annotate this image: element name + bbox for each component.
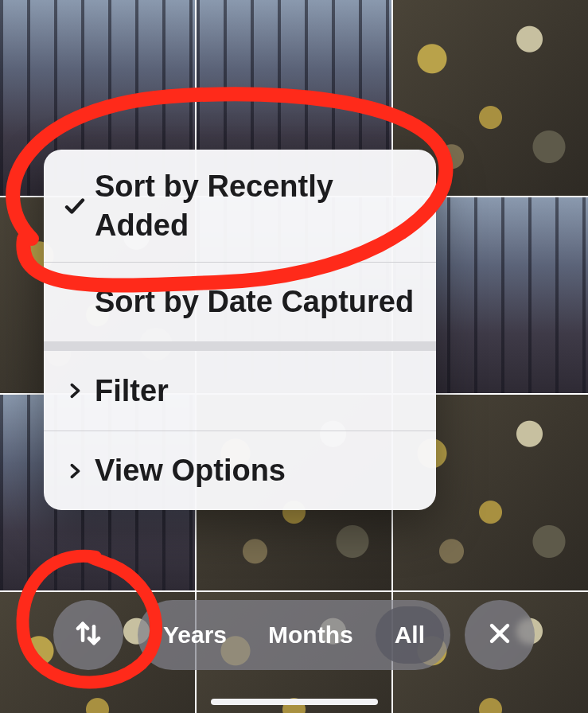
sort-button[interactable] bbox=[53, 600, 123, 670]
sort-filter-menu: Sort by Recently Added Sort by Date Capt… bbox=[44, 150, 436, 510]
segment-all[interactable]: All bbox=[376, 606, 444, 664]
menu-item-label: Sort by Date Captured bbox=[95, 282, 417, 321]
chevron-right-icon bbox=[58, 459, 92, 483]
menu-item-sort-date-captured[interactable]: Sort by Date Captured bbox=[44, 262, 436, 341]
segment-years[interactable]: Years bbox=[144, 606, 246, 664]
chevron-right-icon bbox=[58, 379, 92, 403]
menu-item-label: Sort by Recently Added bbox=[95, 167, 417, 244]
segment-label: All bbox=[395, 621, 425, 649]
sort-arrows-icon bbox=[72, 617, 105, 653]
segment-label: Months bbox=[268, 621, 353, 649]
menu-item-sort-recently-added[interactable]: Sort by Recently Added bbox=[44, 150, 436, 262]
close-button[interactable] bbox=[465, 600, 535, 670]
menu-item-label: Filter bbox=[95, 372, 417, 411]
menu-item-view-options[interactable]: View Options bbox=[44, 431, 436, 510]
menu-divider bbox=[44, 341, 436, 351]
home-indicator bbox=[211, 699, 378, 705]
menu-item-filter[interactable]: Filter bbox=[44, 351, 436, 431]
segment-label: Years bbox=[163, 621, 227, 649]
bottom-toolbar: Years Months All bbox=[0, 595, 588, 675]
segment-months[interactable]: Months bbox=[249, 606, 372, 664]
menu-item-label: View Options bbox=[95, 451, 417, 490]
close-icon bbox=[486, 620, 513, 650]
checkmark-icon bbox=[58, 194, 92, 218]
time-scope-segmented-control: Years Months All bbox=[138, 600, 450, 670]
